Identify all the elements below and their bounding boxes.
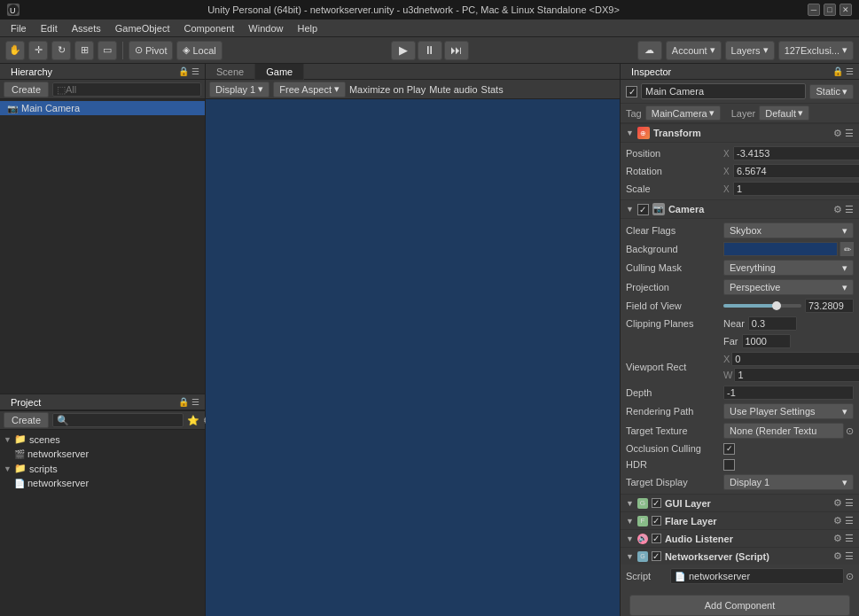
project-favorites-icon[interactable]: ⭐ — [187, 415, 199, 426]
hierarchy-search-input[interactable] — [52, 82, 201, 97]
guilayer-settings-icon[interactable]: ⚙ — [833, 497, 842, 509]
menu-gameobject[interactable]: GameObject — [108, 21, 177, 35]
layers-dropdown[interactable]: Layers ▾ — [725, 41, 775, 60]
folder-scripts[interactable]: ▼ 📁 scripts — [0, 461, 205, 476]
hierarchy-item-main-camera[interactable]: 📷 Main Camera — [0, 101, 205, 115]
flarelayer-settings-icon[interactable]: ⚙ — [833, 515, 842, 526]
close-button[interactable]: ✕ — [839, 4, 852, 16]
clipping-near-input[interactable] — [748, 316, 797, 331]
networkserver-header[interactable]: ▼ G Networkserver (Script) ⚙ ☰ — [621, 547, 859, 565]
maximize-button[interactable]: □ — [824, 4, 836, 16]
menu-component[interactable]: Component — [176, 21, 241, 35]
networkserver-settings-icon[interactable]: ⚙ — [833, 550, 842, 562]
viewport-x-input[interactable] — [731, 352, 859, 366]
display-dropdown[interactable]: Display 1 ▾ — [209, 82, 269, 97]
rendering-path-dropdown[interactable]: Use Player Settings ▾ — [723, 403, 854, 419]
flarelayer-menu-icon[interactable]: ☰ — [845, 515, 854, 526]
maximize-on-play[interactable]: Maximize on Play — [349, 84, 426, 95]
viewport-w-input[interactable] — [734, 368, 859, 382]
transform-menu-icon[interactable]: ☰ — [845, 128, 854, 139]
menu-help[interactable]: Help — [290, 21, 324, 35]
target-display-dropdown[interactable]: Display 1 ▾ — [723, 474, 854, 490]
rect-tool[interactable]: ▭ — [98, 41, 117, 60]
cloud-button[interactable]: ☁ — [637, 41, 662, 60]
transform-settings-icon[interactable]: ⚙ — [833, 128, 842, 139]
audio-header[interactable]: ▼ 🔊 Audio Listener ⚙ ☰ — [621, 529, 859, 547]
scene-tab[interactable]: Scene — [206, 64, 255, 80]
flarelayer-checkbox[interactable] — [652, 516, 661, 526]
gameobject-active-checkbox[interactable] — [626, 86, 637, 97]
script-pick-icon[interactable]: ⊙ — [846, 571, 854, 582]
mute-audio[interactable]: Mute audio — [429, 84, 477, 95]
scale-x-input[interactable] — [733, 182, 859, 196]
scale-tool[interactable]: ⊞ — [74, 41, 94, 60]
position-x-input[interactable] — [733, 146, 859, 160]
game-tab[interactable]: Game — [255, 64, 304, 80]
occlusion-culling-checkbox[interactable] — [723, 443, 735, 455]
project-lock-icon[interactable]: 🔒 — [178, 397, 189, 407]
networkserver-checkbox[interactable] — [652, 551, 661, 561]
inspector-menu-icon[interactable]: ☰ — [846, 66, 854, 76]
camera-settings-icon[interactable]: ⚙ — [833, 204, 842, 215]
hand-tool[interactable]: ✋ — [5, 41, 25, 60]
guilayer-menu-icon[interactable]: ☰ — [845, 497, 854, 509]
audio-checkbox[interactable] — [652, 534, 661, 543]
camera-menu-icon[interactable]: ☰ — [845, 204, 854, 215]
project-menu-icon[interactable]: ☰ — [191, 397, 199, 407]
local-button[interactable]: ◈ Local — [176, 41, 222, 60]
gameobject-name-field[interactable] — [641, 83, 806, 99]
hierarchy-lock-icon[interactable]: 🔒 — [178, 66, 189, 76]
step-button[interactable]: ⏭ — [444, 41, 469, 60]
hdr-checkbox[interactable] — [723, 459, 735, 471]
menu-window[interactable]: Window — [241, 21, 290, 35]
projection-dropdown[interactable]: Perspective ▾ — [723, 279, 854, 295]
pivot-button[interactable]: ⊙ Pivot — [129, 41, 173, 60]
culling-mask-dropdown[interactable]: Everything ▾ — [723, 260, 854, 276]
layout-dropdown[interactable]: 127Exclusi... ▾ — [778, 41, 854, 60]
project-search-input[interactable] — [52, 413, 184, 427]
menu-edit[interactable]: Edit — [34, 21, 65, 35]
minimize-button[interactable]: ─ — [808, 4, 820, 16]
clipping-far-input[interactable] — [742, 334, 791, 348]
tag-dropdown[interactable]: MainCamera ▾ — [645, 105, 721, 121]
pause-button[interactable]: ⏸ — [418, 41, 442, 60]
inspector-tab[interactable]: Inspector — [626, 66, 676, 77]
clear-flags-dropdown[interactable]: Skybox ▾ — [723, 222, 854, 238]
aspect-dropdown[interactable]: Free Aspect ▾ — [273, 82, 346, 97]
account-dropdown[interactable]: Account ▾ — [666, 41, 722, 60]
networkserver-menu-icon[interactable]: ☰ — [845, 550, 854, 562]
add-component-button[interactable]: Add Component — [629, 595, 850, 616]
rotate-tool[interactable]: ↻ — [51, 41, 71, 60]
hierarchy-tab[interactable]: Hierarchy — [5, 66, 58, 77]
menu-assets[interactable]: Assets — [65, 21, 108, 35]
file-networkserver-scripts[interactable]: 📄 networkserver — [0, 476, 205, 490]
flarelayer-header[interactable]: ▼ F Flare Layer ⚙ ☰ — [621, 511, 859, 529]
move-tool[interactable]: ✛ — [28, 41, 48, 60]
play-button[interactable]: ▶ — [391, 41, 416, 60]
transform-component-header[interactable]: ▼ ⊕ Transform ⚙ ☰ — [621, 123, 859, 143]
camera-component-header[interactable]: ▼ 📷 Camera ⚙ ☰ — [621, 199, 859, 219]
static-button[interactable]: Static ▾ — [809, 84, 854, 99]
audio-menu-icon[interactable]: ☰ — [845, 533, 854, 544]
fov-value-input[interactable] — [805, 299, 854, 313]
target-texture-pick-icon[interactable]: ⊙ — [846, 425, 854, 437]
guilayer-checkbox[interactable] — [652, 498, 661, 508]
stats-toggle[interactable]: Stats — [481, 84, 504, 95]
rotation-x-input[interactable] — [733, 164, 859, 178]
fov-slider[interactable] — [723, 304, 801, 308]
audio-settings-icon[interactable]: ⚙ — [833, 533, 842, 544]
camera-enabled-checkbox[interactable] — [637, 204, 649, 215]
inspector-lock-icon[interactable]: 🔒 — [832, 66, 843, 76]
project-tab[interactable]: Project — [5, 397, 46, 408]
window-controls[interactable]: ─ □ ✕ — [808, 4, 852, 16]
game-view-canvas[interactable] — [206, 99, 620, 616]
hierarchy-menu-icon[interactable]: ☰ — [191, 66, 199, 76]
target-texture-dropdown[interactable]: None (Render Textu — [723, 423, 844, 439]
project-create-button[interactable]: Create — [4, 412, 49, 428]
background-color-field[interactable] — [723, 242, 838, 256]
hierarchy-create-button[interactable]: Create — [4, 82, 49, 97]
folder-scenes[interactable]: ▼ 📁 scenes — [0, 432, 205, 447]
menu-file[interactable]: File — [4, 21, 34, 35]
background-color-picker[interactable]: ✏ — [839, 242, 854, 256]
layer-dropdown[interactable]: Default ▾ — [759, 105, 809, 121]
